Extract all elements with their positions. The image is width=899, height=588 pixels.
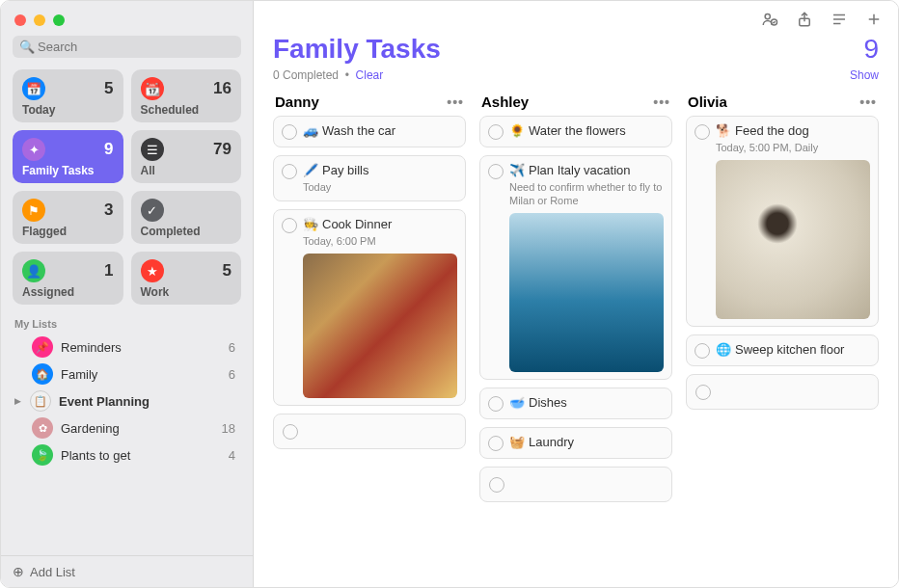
close-button[interactable] — [14, 14, 26, 26]
my-lists-header: My Lists — [1, 312, 253, 330]
task-emoji-icon: 🚙 — [303, 123, 318, 140]
smart-label: All — [141, 164, 232, 177]
smart-label: Completed — [141, 225, 232, 238]
smart-list-completed[interactable]: ✓Completed — [131, 191, 242, 244]
minimize-button[interactable] — [34, 14, 45, 26]
plus-circle-icon: ⊕ — [13, 564, 24, 579]
collaborate-button[interactable] — [761, 11, 778, 28]
column-title: Danny — [275, 94, 319, 110]
completed-count: 0 Completed — [273, 68, 339, 82]
task-note: Need to confirm whether to fly to Milan … — [509, 180, 664, 208]
column-more-button[interactable]: ••• — [859, 94, 877, 110]
complete-radio[interactable] — [488, 396, 504, 412]
maximize-button[interactable] — [53, 14, 65, 26]
person-badge-icon — [761, 11, 778, 28]
list-count: 18 — [222, 421, 239, 436]
list-count: 6 — [229, 340, 239, 355]
list-row[interactable]: ▶📋Event Planning — [7, 388, 247, 414]
column: Olivia•••🐕 Feed the dogToday, 5:00 PM, D… — [686, 94, 879, 568]
search-input[interactable] — [13, 36, 241, 58]
smart-label: Scheduled — [141, 103, 232, 117]
new-task-placeholder[interactable] — [479, 467, 672, 502]
show-button[interactable]: Show — [850, 68, 879, 82]
family-icon: ✦ — [22, 138, 45, 161]
list-row[interactable]: 🏠Family6 — [7, 361, 247, 388]
list-title: Family Tasks — [273, 34, 441, 65]
column-header: Olivia••• — [686, 94, 879, 116]
task-title: ✈️ Plan Italy vacation — [509, 163, 664, 179]
task-card[interactable]: 🌐 Sweep kitchen floor — [686, 334, 879, 366]
task-title: 🖊️ Pay bills — [303, 163, 457, 179]
list-row[interactable]: 🍃Plants to get4 — [7, 441, 247, 468]
clear-button[interactable]: Clear — [356, 68, 384, 82]
list-name: Gardening — [61, 421, 222, 436]
smart-list-all[interactable]: ☰79All — [131, 130, 242, 183]
task-card[interactable]: 🚙 Wash the car — [273, 116, 466, 147]
smart-list-scheduled[interactable]: 📆16Scheduled — [131, 69, 242, 122]
smart-count: 79 — [213, 140, 232, 159]
task-card[interactable]: ✈️ Plan Italy vacationNeed to confirm wh… — [479, 155, 672, 380]
new-task-placeholder[interactable] — [686, 374, 879, 410]
task-card[interactable]: 🌻 Water the flowers — [479, 116, 672, 147]
sidebar: 🔍 📅5Today📆16Scheduled✦9Family Tasks☰79Al… — [1, 1, 254, 587]
complete-radio[interactable] — [488, 124, 504, 140]
complete-radio[interactable] — [695, 124, 710, 140]
task-title: 🥣 Dishes — [509, 395, 664, 412]
task-card[interactable]: 🐕 Feed the dogToday, 5:00 PM, Daily — [686, 116, 879, 327]
chevron-right-icon[interactable]: ▶ — [14, 396, 26, 406]
smart-lists-grid: 📅5Today📆16Scheduled✦9Family Tasks☰79All⚑… — [1, 66, 253, 312]
list-total-count: 9 — [863, 34, 879, 65]
add-list-button[interactable]: ⊕ Add List — [1, 555, 253, 587]
task-image[interactable] — [509, 213, 664, 372]
task-emoji-icon: 🌻 — [509, 123, 525, 140]
smart-list-today[interactable]: 📅5Today — [13, 69, 123, 122]
complete-radio[interactable] — [282, 164, 297, 179]
task-subtitle: Today, 5:00 PM, Daily — [716, 141, 870, 154]
add-list-label: Add List — [30, 565, 75, 579]
smart-list-family[interactable]: ✦9Family Tasks — [13, 130, 123, 183]
list-icon: 📋 — [30, 390, 51, 412]
task-card[interactable]: 🧑‍🍳 Cook DinnerToday, 6:00 PM — [273, 209, 466, 406]
complete-radio[interactable] — [283, 424, 298, 440]
task-card[interactable]: 🖊️ Pay billsToday — [273, 155, 466, 201]
smart-list-assigned[interactable]: 👤1Assigned — [13, 252, 123, 305]
new-task-placeholder[interactable] — [273, 414, 466, 449]
add-reminder-button[interactable] — [865, 11, 883, 28]
smart-count: 5 — [223, 261, 232, 281]
list-subheader: 0 Completed • Clear Show — [254, 68, 898, 94]
work-icon: ★ — [141, 259, 164, 282]
complete-radio[interactable] — [282, 124, 297, 140]
smart-count: 3 — [104, 200, 113, 220]
task-card[interactable]: 🧺 Laundry — [479, 427, 672, 459]
complete-radio[interactable] — [695, 343, 710, 359]
list-row[interactable]: ✿Gardening18 — [7, 414, 247, 441]
toolbar — [254, 1, 898, 34]
complete-radio[interactable] — [488, 436, 504, 451]
complete-radio[interactable] — [489, 477, 504, 493]
complete-radio[interactable] — [695, 385, 711, 400]
smart-list-flagged[interactable]: ⚑3Flagged — [13, 191, 123, 244]
column-more-button[interactable]: ••• — [447, 94, 464, 110]
task-image[interactable] — [303, 254, 457, 398]
smart-count: 5 — [104, 79, 113, 98]
complete-radio[interactable] — [488, 164, 504, 179]
view-options-button[interactable] — [831, 11, 848, 28]
list-count: 6 — [229, 367, 239, 382]
list-row[interactable]: 📌Reminders6 — [7, 334, 247, 361]
task-emoji-icon: 🖊️ — [303, 163, 318, 179]
column-title: Olivia — [688, 94, 727, 110]
all-icon: ☰ — [141, 138, 164, 161]
my-lists: 📌Reminders6🏠Family6▶📋Event Planning✿Gard… — [1, 330, 253, 555]
column: Danny•••🚙 Wash the car🖊️ Pay billsToday🧑… — [273, 94, 466, 568]
column-more-button[interactable]: ••• — [653, 94, 670, 110]
share-icon — [796, 11, 813, 28]
complete-radio[interactable] — [282, 218, 297, 233]
task-card[interactable]: 🥣 Dishes — [479, 388, 672, 419]
scheduled-icon: 📆 — [141, 77, 164, 100]
task-image[interactable] — [716, 160, 870, 319]
share-button[interactable] — [796, 11, 813, 28]
smart-label: Flagged — [22, 225, 114, 238]
task-subtitle: Today — [303, 180, 457, 194]
search-container: 🔍 — [13, 36, 241, 58]
smart-list-work[interactable]: ★5Work — [131, 252, 242, 305]
